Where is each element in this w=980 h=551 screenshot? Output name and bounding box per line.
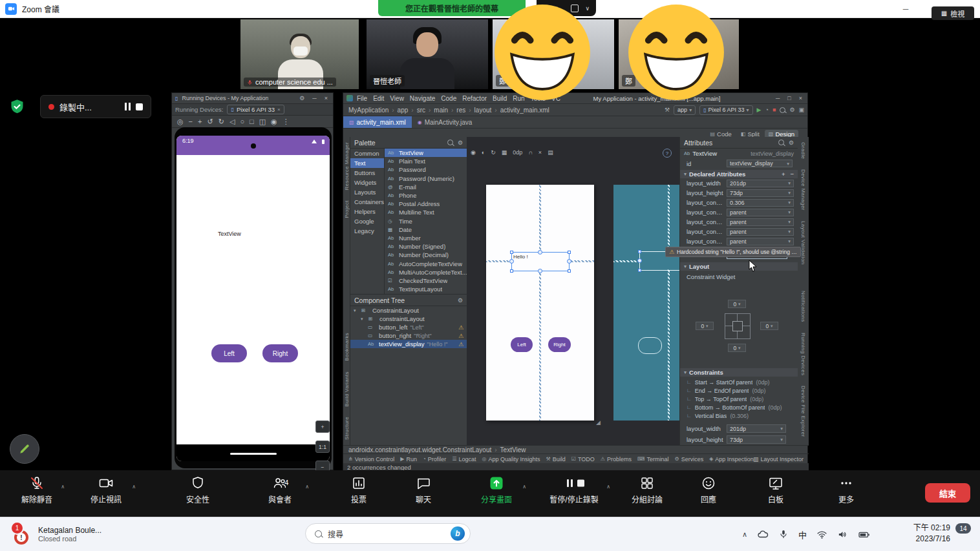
chevron-up-icon[interactable]: ∧ — [305, 484, 309, 490]
menu-item[interactable]: Navigate — [410, 95, 435, 102]
stop-recording-button[interactable] — [136, 103, 143, 110]
palette-item[interactable]: AbPostal Address — [385, 200, 467, 208]
close-button[interactable]: × — [799, 95, 802, 101]
gesture-bar[interactable] — [230, 453, 277, 455]
wifi-icon[interactable] — [816, 529, 827, 540]
close-icon[interactable]: × — [277, 107, 281, 112]
unmute-button[interactable]: ∧ 解除靜音 — [9, 475, 65, 513]
palette-category[interactable]: Helpers — [350, 207, 384, 216]
palette-item[interactable]: AbMultiline Text — [385, 208, 467, 216]
breadcrumb-item[interactable]: layout — [465, 107, 491, 114]
toolwindow-button[interactable]: Layout Validation — [800, 221, 806, 265]
layout-inspector-item[interactable]: ▥Layout Inspector — [753, 454, 804, 464]
toolwindow-button[interactable]: Device File Explorer — [800, 386, 806, 437]
chevron-up-icon[interactable]: ∧ — [132, 484, 136, 490]
view-button[interactable]: ▦ 檢視 — [932, 6, 974, 20]
design-canvas[interactable]: Hello ! Left Right — [486, 185, 594, 421]
cloud-icon[interactable] — [757, 528, 769, 540]
attribute-row[interactable]: layout_constraint.. parent — [680, 217, 798, 227]
zoom-control-button[interactable]: + — [315, 421, 330, 433]
toolwindow-button[interactable]: Device Manager — [800, 169, 806, 211]
status-bar-item[interactable]: ◔Profiler — [423, 456, 446, 463]
emulator-toolbar-icon[interactable]: − — [189, 118, 193, 125]
canvas-button-right[interactable]: Right — [548, 337, 571, 352]
device-selector[interactable]: ▯Pixel 6 API 33 — [699, 105, 752, 115]
gear-icon[interactable]: ⚙ — [789, 140, 794, 146]
attribute-value[interactable]: 73dp — [727, 189, 794, 197]
toolwindow-button[interactable]: Bookmarks — [344, 333, 350, 361]
palette-item[interactable]: ▦Date — [385, 225, 467, 234]
palette-item[interactable]: AbPassword — [385, 165, 467, 174]
declared-attributes-header[interactable]: Declared Attributes — [689, 171, 745, 178]
constraint-row[interactable]: ∟ Start → StartOf parent(0dp) — [680, 378, 798, 386]
breadcrumb-item[interactable]: MyApplication — [348, 107, 389, 114]
status-bar-item[interactable]: ⋔Version Control — [348, 456, 394, 463]
toolwindow-button[interactable]: Build Variants — [344, 371, 350, 406]
emulator-toolbar-icon[interactable]: ○ — [240, 118, 244, 125]
design-toolbar-icon[interactable]: ↻ — [491, 149, 496, 156]
notification-count-badge[interactable]: 14 — [955, 523, 971, 534]
margin-start-dropdown[interactable]: 0 — [696, 322, 714, 330]
design-toolbar-icon[interactable]: 0dp — [513, 149, 522, 156]
taskbar-search[interactable]: 搜尋 b — [305, 523, 471, 544]
attribute-row[interactable]: layout_constraint.. parent — [680, 207, 798, 217]
search-icon[interactable] — [778, 140, 784, 145]
editor-tab[interactable]: ▧activity_main.xml — [343, 116, 412, 128]
stop-button[interactable]: ■ — [772, 107, 776, 113]
run-button[interactable]: ▶ — [757, 107, 762, 113]
design-toolbar-icon[interactable]: ◐ — [482, 149, 485, 156]
debug-icon[interactable]: ◔ — [765, 107, 769, 113]
menu-item[interactable]: Code — [441, 95, 456, 102]
search-icon[interactable] — [780, 107, 785, 113]
palette-category[interactable]: Buttons — [350, 168, 384, 178]
status-bar-item[interactable]: ⚙Services — [674, 456, 703, 463]
canvas-resize-handle[interactable]: ◢ — [596, 419, 601, 426]
remove-attribute-button[interactable]: − — [790, 171, 794, 178]
device-tab[interactable]: ▯ Pixel 6 API 33 × — [227, 105, 284, 114]
expand-icon[interactable]: ▾ — [354, 308, 359, 313]
minimize-button[interactable]: ─ — [312, 95, 316, 101]
canvas-button-left[interactable]: Left — [511, 337, 533, 352]
speaker-icon[interactable] — [837, 529, 848, 540]
attribute-value[interactable]: 0.306 — [727, 199, 794, 207]
participants-button[interactable]: 4 ∧ 與會者 — [251, 475, 309, 513]
minimize-button[interactable]: ─ — [891, 0, 921, 17]
palette-item[interactable]: AbNumber — [385, 234, 467, 242]
margin-bottom-dropdown[interactable]: 0 — [728, 344, 746, 352]
design-toolbar-icon[interactable]: ▦ — [502, 149, 507, 156]
palette-item[interactable]: AbPhone — [385, 191, 467, 200]
emulator-toolbar-icon[interactable]: ◎ — [177, 118, 184, 126]
selected-textview[interactable]: Hello ! — [511, 252, 570, 271]
emulator-toolbar-icon[interactable]: ◁ — [229, 118, 235, 126]
design-toolbar-icon[interactable]: ▤ — [548, 149, 553, 156]
bing-icon[interactable]: b — [451, 526, 465, 541]
palette-category[interactable]: Layouts — [350, 187, 384, 197]
mic-tray-icon[interactable] — [778, 529, 789, 539]
layout-windows-icon[interactable]: ▣ — [798, 107, 804, 113]
palette-item[interactable]: ☑CheckedTextView — [385, 276, 467, 285]
size-attribute-row[interactable]: layout_width 201dp — [680, 423, 798, 434]
palette-category[interactable]: Widgets — [350, 178, 384, 187]
app-right-button[interactable]: Right — [262, 344, 298, 362]
component-tree-row[interactable]: Ab textView_display "Hello !" ⚠ — [350, 340, 467, 348]
chevron-up-icon[interactable]: ∧ — [61, 484, 65, 490]
share-screen-button[interactable]: ∧ 分享畫面 — [467, 475, 526, 513]
emulator-toolbar-icon[interactable]: ◫ — [259, 118, 266, 126]
menu-item[interactable]: Edit — [373, 95, 384, 102]
help-icon[interactable]: ? — [663, 149, 672, 158]
breadcrumb-item[interactable]: main — [425, 107, 448, 114]
breadcrumb-item[interactable]: TextView — [491, 446, 526, 453]
palette-category[interactable]: Google — [350, 216, 384, 226]
palette-item[interactable]: AbNumber (Decimal) — [385, 251, 467, 259]
design-toolbar-icon[interactable]: × — [538, 149, 542, 156]
size-attribute-row[interactable]: layout_height 73dp — [680, 434, 798, 445]
video-tile[interactable]: computer science edu ... — [240, 19, 359, 89]
attribute-row[interactable]: layout_constraint.. parent — [680, 227, 798, 236]
palette-category[interactable]: Containers — [350, 197, 384, 207]
palette-item[interactable]: ◷Time — [385, 217, 467, 225]
toolwindow-button[interactable]: Running Devices — [800, 333, 806, 375]
palette-category[interactable]: Text — [350, 158, 384, 168]
breadcrumb-item[interactable]: src — [408, 107, 425, 114]
zoom-control-button[interactable]: 1:1 — [315, 441, 330, 453]
constraints-section-header[interactable]: Constraints — [689, 369, 723, 376]
